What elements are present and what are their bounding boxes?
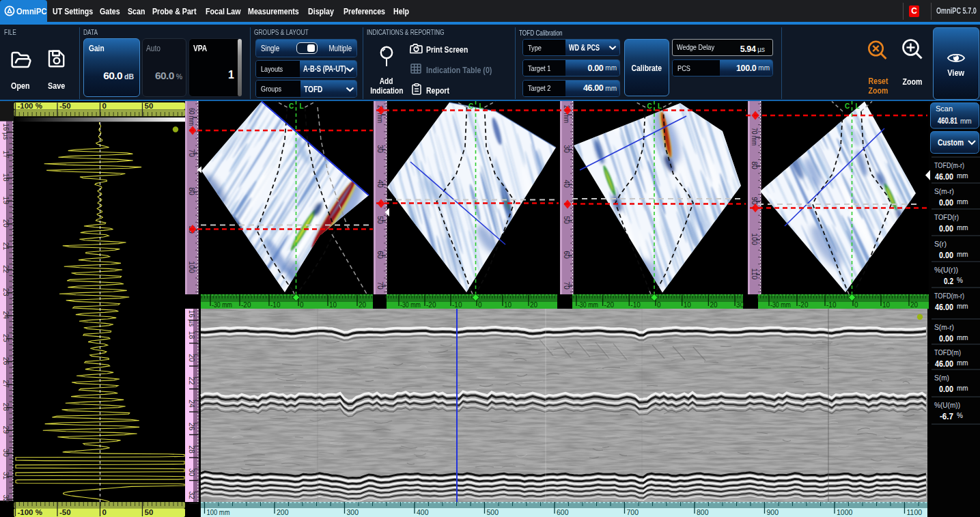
svg-text:100: 100 bbox=[751, 233, 759, 245]
svg-text:60: 60 bbox=[563, 251, 571, 259]
svg-text:70: 70 bbox=[376, 281, 384, 290]
svg-text:S(m): S(m) bbox=[934, 374, 949, 382]
svg-text:10: 10 bbox=[504, 301, 512, 309]
svg-text:26: 26 bbox=[188, 423, 196, 431]
svg-text:mm: mm bbox=[960, 117, 972, 125]
svg-text:80: 80 bbox=[751, 161, 759, 169]
svg-text:46.00: 46.00 bbox=[935, 171, 953, 182]
svg-text:0: 0 bbox=[657, 301, 661, 309]
svg-text:0: 0 bbox=[300, 301, 304, 309]
svg-text:46.00: 46.00 bbox=[935, 359, 953, 369]
svg-text:0: 0 bbox=[102, 102, 107, 110]
svg-text:-20: -20 bbox=[426, 301, 436, 309]
svg-text:-6.7: -6.7 bbox=[940, 411, 953, 421]
svg-text:-10: -10 bbox=[452, 301, 462, 309]
svg-text:20: 20 bbox=[2, 219, 10, 227]
svg-text:26: 26 bbox=[2, 357, 10, 365]
svg-text:C: C bbox=[647, 102, 652, 110]
svg-text:20: 20 bbox=[910, 301, 919, 309]
svg-text:19: 19 bbox=[2, 196, 10, 204]
svg-text:200: 200 bbox=[277, 508, 289, 516]
svg-text:mm: mm bbox=[957, 251, 968, 258]
svg-text:-30 mm: -30 mm bbox=[770, 301, 791, 309]
svg-text:46.00: 46.00 bbox=[935, 302, 953, 312]
svg-text:50: 50 bbox=[563, 216, 571, 224]
svg-text:460.81: 460.81 bbox=[938, 116, 957, 126]
svg-text:mm: mm bbox=[957, 198, 968, 206]
svg-text:-50: -50 bbox=[59, 102, 71, 110]
svg-text:23: 23 bbox=[2, 288, 10, 296]
svg-text:mm: mm bbox=[957, 224, 968, 232]
svg-text:25: 25 bbox=[2, 334, 10, 342]
svg-text:1000: 1000 bbox=[837, 508, 853, 516]
svg-text:10: 10 bbox=[329, 301, 337, 309]
svg-text:100: 100 bbox=[188, 261, 196, 273]
svg-text:-30 mm: -30 mm bbox=[400, 301, 421, 309]
svg-text:20: 20 bbox=[359, 301, 367, 309]
svg-text:0.00: 0.00 bbox=[939, 197, 953, 208]
svg-text:mm: mm bbox=[957, 334, 968, 341]
svg-text:70: 70 bbox=[563, 281, 571, 290]
svg-text:L: L bbox=[299, 102, 303, 110]
svg-text:500: 500 bbox=[487, 508, 499, 516]
svg-text:-50: -50 bbox=[59, 508, 71, 516]
svg-text:mm: mm bbox=[957, 172, 968, 180]
svg-text:30: 30 bbox=[736, 301, 744, 309]
svg-text:1100: 1100 bbox=[907, 508, 923, 516]
svg-text:0.00: 0.00 bbox=[939, 223, 953, 234]
svg-text:70: 70 bbox=[188, 149, 196, 157]
svg-text:%: % bbox=[957, 277, 963, 284]
svg-text:18: 18 bbox=[188, 331, 196, 339]
svg-text:mm: mm bbox=[957, 385, 968, 392]
svg-text:50: 50 bbox=[376, 216, 384, 224]
svg-text:110: 110 bbox=[751, 268, 759, 280]
svg-text:-20: -20 bbox=[798, 301, 809, 309]
svg-text:27: 27 bbox=[2, 380, 10, 388]
svg-text:31: 31 bbox=[2, 472, 10, 480]
svg-text:10: 10 bbox=[882, 301, 891, 309]
svg-text:-10: -10 bbox=[630, 301, 641, 309]
svg-text:24: 24 bbox=[188, 400, 196, 408]
svg-text:-100 %: -100 % bbox=[18, 508, 42, 516]
svg-text:%(U(r)): %(U(r)) bbox=[934, 266, 958, 274]
svg-text:-100 %: -100 % bbox=[18, 102, 42, 110]
svg-text:-10: -10 bbox=[826, 301, 837, 309]
svg-text:60 mm: 60 mm bbox=[188, 108, 196, 126]
svg-text:30: 30 bbox=[376, 145, 384, 153]
svg-text:400: 400 bbox=[417, 508, 429, 516]
svg-text:C: C bbox=[845, 102, 850, 110]
svg-text:30: 30 bbox=[563, 145, 571, 153]
svg-text:17: 17 bbox=[2, 150, 10, 158]
svg-text:0.00: 0.00 bbox=[939, 250, 953, 260]
svg-text:300: 300 bbox=[347, 508, 359, 516]
svg-text:mm: mm bbox=[957, 359, 968, 367]
svg-text:70 mm: 70 mm bbox=[751, 128, 759, 145]
svg-text:C: C bbox=[289, 102, 294, 110]
svg-text:C: C bbox=[468, 102, 473, 110]
svg-text:600: 600 bbox=[557, 508, 569, 516]
svg-text:21: 21 bbox=[2, 242, 10, 251]
svg-text:80: 80 bbox=[188, 187, 196, 195]
svg-text:20: 20 bbox=[188, 354, 196, 362]
svg-text:0.00: 0.00 bbox=[939, 333, 953, 344]
svg-text:100 mm: 100 mm bbox=[207, 508, 230, 516]
svg-text:L: L bbox=[658, 102, 662, 110]
svg-text:29: 29 bbox=[2, 425, 10, 434]
svg-text:0: 0 bbox=[478, 301, 482, 309]
svg-text:32: 32 bbox=[2, 494, 10, 503]
svg-text:S(m-r): S(m-r) bbox=[934, 323, 954, 331]
svg-text:-30 mm: -30 mm bbox=[212, 301, 232, 309]
svg-text:0.00: 0.00 bbox=[939, 384, 953, 394]
svg-text:18: 18 bbox=[2, 173, 10, 182]
svg-text:-10: -10 bbox=[270, 301, 281, 309]
svg-text:TOFD(m): TOFD(m) bbox=[934, 348, 961, 357]
svg-text:24: 24 bbox=[2, 311, 10, 319]
svg-text:10: 10 bbox=[684, 301, 692, 309]
svg-text:-20: -20 bbox=[241, 301, 251, 309]
svg-text:S(r): S(r) bbox=[934, 240, 947, 248]
svg-text:0: 0 bbox=[854, 301, 858, 309]
svg-text:0: 0 bbox=[102, 508, 107, 516]
svg-text:0.2: 0.2 bbox=[944, 276, 953, 286]
svg-text:S(m-r): S(m-r) bbox=[934, 187, 954, 195]
svg-text:Custom: Custom bbox=[938, 137, 964, 148]
